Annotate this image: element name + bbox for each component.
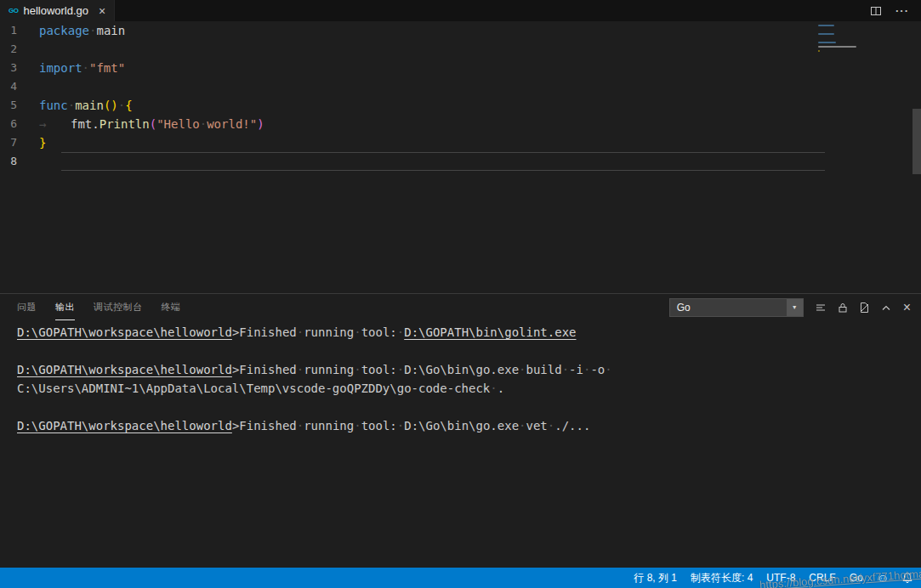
code-text: }	[39, 133, 46, 152]
status-eol[interactable]: CRLF	[809, 572, 835, 584]
more-actions-icon[interactable]: ···	[895, 4, 909, 17]
output-line	[17, 398, 921, 416]
bottom-panel: 问题输出调试控制台终端 Go ▼ ×	[0, 293, 921, 568]
line-number[interactable]: 4	[0, 77, 39, 96]
output-path-link[interactable]: D:\GOPATH\bin\golint.exe	[404, 325, 576, 339]
code-text: func·main()·{	[39, 96, 133, 115]
output-line: D:\GOPATH\workspace\helloworld>Finished·…	[17, 360, 921, 379]
code-lines: 1package·main23import·"fmt"45func·main()…	[0, 21, 921, 171]
status-encoding[interactable]: UTF-8	[766, 572, 795, 584]
output-channel-value: Go	[677, 302, 691, 314]
output-line: D:\GOPATH\workspace\helloworld>Finished·…	[17, 323, 921, 342]
panel-tabs: 问题输出调试控制台终端	[17, 294, 181, 320]
code-text: package·main	[39, 21, 125, 40]
panel-tab-terminal[interactable]: 终端	[162, 294, 181, 320]
code-line[interactable]: 6→fmt.Println("Hello·world!")	[0, 115, 921, 133]
line-number[interactable]: 5	[0, 96, 39, 115]
vscode-window: GO helloworld.go × ··· 1package·main23im…	[0, 0, 921, 588]
panel-tab-debug-console[interactable]: 调试控制台	[94, 294, 143, 320]
code-line[interactable]: 5func·main()·{	[0, 96, 921, 115]
line-number[interactable]: 3	[0, 59, 39, 77]
code-line[interactable]: 3import·"fmt"	[0, 59, 921, 77]
code-editor: 1package·main23import·"fmt"45func·main()…	[0, 21, 921, 293]
panel-tab-output[interactable]: 输出	[55, 294, 75, 320]
panel-tab-problems[interactable]: 问题	[17, 294, 37, 320]
output-path-link[interactable]: D:\GOPATH\workspace\helloworld	[17, 363, 232, 376]
open-log-icon[interactable]	[859, 302, 869, 314]
code-text: import·"fmt"	[39, 59, 125, 77]
status-language-mode[interactable]: Go	[850, 572, 863, 584]
output-channel-select[interactable]: Go ▼	[669, 298, 804, 317]
line-number[interactable]: 6	[0, 115, 39, 133]
output-line	[17, 342, 921, 360]
output-line: D:\GOPATH\workspace\helloworld>Finished·…	[17, 416, 921, 435]
line-number[interactable]: 8	[0, 152, 39, 171]
output-line: C:\Users\ADMINI~1\AppData\Local\Temp\vsc…	[17, 379, 921, 398]
code-line[interactable]: 1package·main	[0, 21, 921, 40]
panel-header: 问题输出调试控制台终端 Go ▼ ×	[0, 294, 921, 320]
status-cursor-position[interactable]: 行 8, 列 1	[634, 571, 677, 585]
go-file-icon: GO	[9, 7, 18, 14]
line-number[interactable]: 7	[0, 133, 39, 152]
maximize-panel-icon[interactable]	[880, 302, 892, 314]
editor-scrollbar-thumb[interactable]	[912, 109, 921, 174]
code-text: →fmt.Println("Hello·world!")	[39, 115, 264, 133]
code-line[interactable]: 2	[0, 40, 921, 59]
panel-actions: Go ▼ ×	[669, 298, 911, 317]
output-path-link[interactable]: D:\GOPATH\workspace\helloworld	[17, 325, 232, 339]
output-console: D:\GOPATH\workspace\helloworld>Finished·…	[0, 320, 921, 568]
editor-tab-helloworld[interactable]: GO helloworld.go ×	[0, 0, 115, 21]
clear-output-icon[interactable]	[815, 302, 827, 314]
status-tab-size[interactable]: 制表符长度: 4	[691, 571, 753, 585]
output-path-link[interactable]: D:\GOPATH\workspace\helloworld	[17, 419, 232, 433]
code-line[interactable]: 4	[0, 77, 921, 96]
editor-actions: ···	[870, 0, 921, 21]
chevron-down-icon: ▼	[787, 299, 803, 316]
feedback-smiley-icon[interactable]: ☺	[877, 571, 889, 585]
minimap[interactable]	[818, 25, 857, 59]
line-number[interactable]: 1	[0, 21, 39, 40]
notifications-bell-icon[interactable]	[902, 572, 912, 584]
scroll-lock-icon[interactable]	[838, 302, 848, 314]
tab-bar: GO helloworld.go × ···	[0, 0, 921, 21]
code-line[interactable]: 8	[0, 152, 921, 171]
tab-label: helloworld.go	[23, 4, 88, 17]
tab-close-icon[interactable]: ×	[99, 4, 105, 18]
code-line[interactable]: 7}	[0, 133, 921, 152]
status-right: 行 8, 列 1制表符长度: 4UTF-8CRLFGo ☺	[634, 571, 921, 585]
status-bar: 行 8, 列 1制表符长度: 4UTF-8CRLFGo ☺	[0, 568, 921, 588]
split-editor-icon[interactable]	[870, 5, 882, 17]
line-number[interactable]: 2	[0, 40, 39, 59]
status-items: 行 8, 列 1制表符长度: 4UTF-8CRLFGo	[634, 571, 862, 585]
close-panel-icon[interactable]: ×	[903, 301, 911, 314]
